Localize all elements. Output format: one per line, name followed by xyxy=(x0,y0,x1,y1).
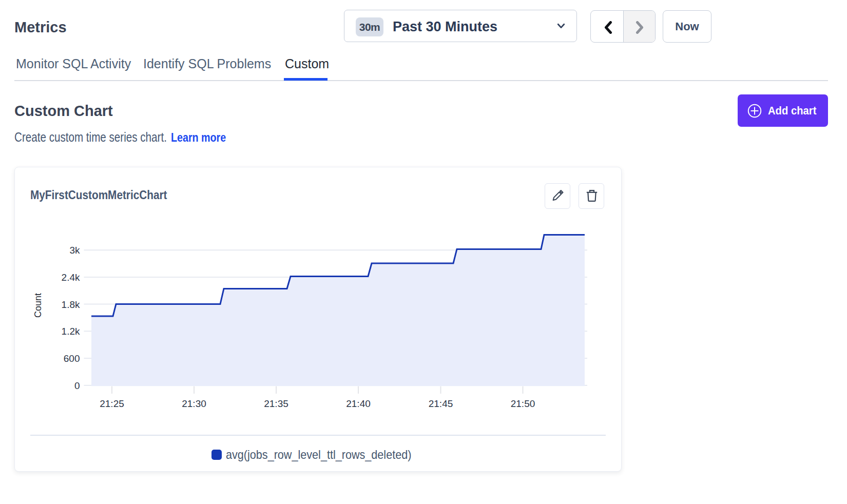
svg-text:1.8k: 1.8k xyxy=(62,299,80,310)
svg-text:600: 600 xyxy=(64,353,80,364)
svg-text:Count: Count xyxy=(33,293,43,318)
svg-text:21:25: 21:25 xyxy=(100,398,124,409)
svg-text:21:40: 21:40 xyxy=(346,398,371,409)
svg-text:1.2k: 1.2k xyxy=(62,326,80,337)
svg-text:3k: 3k xyxy=(69,245,80,256)
svg-text:21:50: 21:50 xyxy=(511,398,535,409)
svg-text:21:30: 21:30 xyxy=(182,398,206,409)
svg-text:21:45: 21:45 xyxy=(429,398,453,409)
svg-text:2.4k: 2.4k xyxy=(62,272,80,283)
svg-text:0: 0 xyxy=(74,380,80,391)
svg-text:21:35: 21:35 xyxy=(264,398,288,409)
